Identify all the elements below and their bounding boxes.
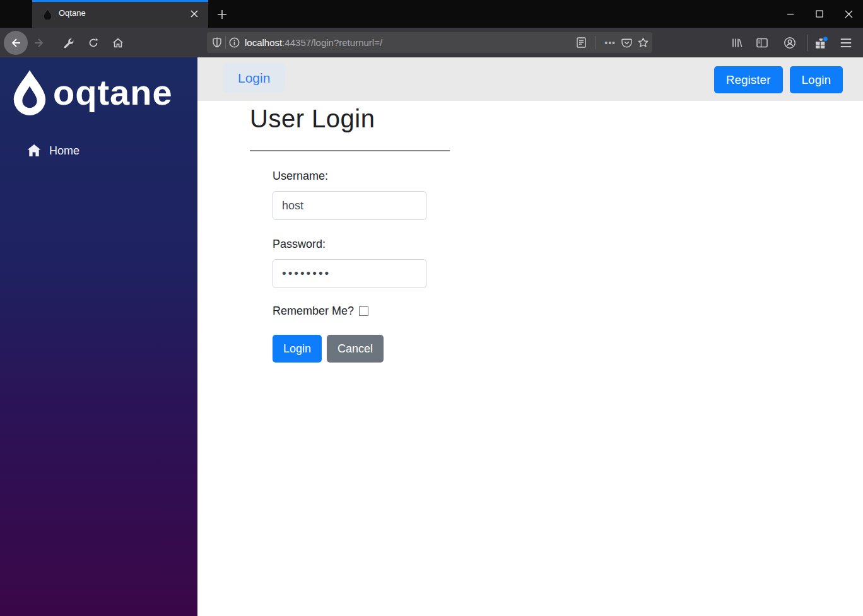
reader-mode-icon[interactable] [577,37,586,48]
page-actions-icon[interactable]: ••• [604,38,616,48]
close-button[interactable] [834,0,863,28]
remember-me-checkbox[interactable] [359,306,368,316]
page-main: Login Register Login User Login Username… [197,57,863,616]
reload-button[interactable] [88,37,99,48]
oqtane-logo-text: oqtane [53,72,173,113]
tab-close-icon[interactable] [188,8,201,20]
browser-toolbar: localhost:44357/login?returnurl=/ ••• [0,28,863,57]
developer-wrench-icon[interactable] [63,37,74,48]
remember-me-row: Remember Me? [273,305,426,318]
menu-hamburger-icon[interactable] [841,38,852,47]
page-title: User Login [250,105,863,133]
oqtane-drop-icon [10,69,49,118]
account-icon[interactable] [784,37,796,49]
login-button[interactable]: Login [273,335,322,363]
site-sidebar: oqtane Home [0,57,197,616]
minimize-button[interactable] [776,0,805,28]
tab-oqtane[interactable]: Oqtane [32,0,208,28]
forward-button[interactable] [33,37,45,49]
new-tab-button[interactable] [213,5,232,24]
login-form: Username: Password: Remember Me? Login C… [273,170,426,363]
url-host: localhost [245,37,282,48]
username-input[interactable] [273,191,426,220]
whats-new-gift-icon[interactable] [814,37,828,49]
bookmark-star-icon[interactable] [638,37,649,48]
breadcrumb[interactable]: Login [223,63,285,93]
toolbar-divider [807,35,808,51]
password-label: Password: [273,238,426,251]
url-bar[interactable]: localhost:44357/login?returnurl=/ ••• [207,32,652,53]
tracking-protection-shield-icon[interactable] [212,37,222,48]
url-path: :44357/login?returnurl=/ [282,37,382,48]
form-actions: Login Cancel [273,335,426,363]
back-button[interactable] [4,31,28,55]
library-icon[interactable] [731,37,743,48]
home-button[interactable] [112,37,124,49]
window-controls [776,0,863,28]
header-actions: Register Login [714,66,843,93]
sidebar-item-home[interactable]: Home [0,138,197,166]
home-icon [27,144,41,157]
tab-title: Oqtane [59,8,86,18]
sidebar-item-label: Home [49,144,79,158]
password-input[interactable] [273,259,426,288]
login-content: User Login Username: Password: Remember … [197,101,863,363]
tab-bar: Oqtane [0,0,863,28]
register-button[interactable]: Register [714,66,783,93]
maximize-button[interactable] [805,0,834,28]
oqtane-favicon-drop-icon [42,9,53,20]
username-label: Username: [273,170,426,183]
url-text[interactable]: localhost:44357/login?returnurl=/ [245,37,382,48]
remember-me-label: Remember Me? [273,305,354,318]
urlbar-divider-2 [595,36,596,49]
header-login-button[interactable]: Login [790,66,843,93]
browser-window: Oqtane [0,0,863,616]
cancel-button[interactable]: Cancel [327,335,384,363]
page-header: Login Register Login [197,57,863,101]
oqtane-logo[interactable]: oqtane [10,69,173,118]
site-info-icon[interactable] [229,37,240,48]
sidebar-toggle-icon[interactable] [756,38,768,48]
urlbar-divider [225,36,226,49]
pocket-icon[interactable] [621,38,632,48]
title-divider [250,150,450,151]
breadcrumb-label: Login [238,71,270,86]
